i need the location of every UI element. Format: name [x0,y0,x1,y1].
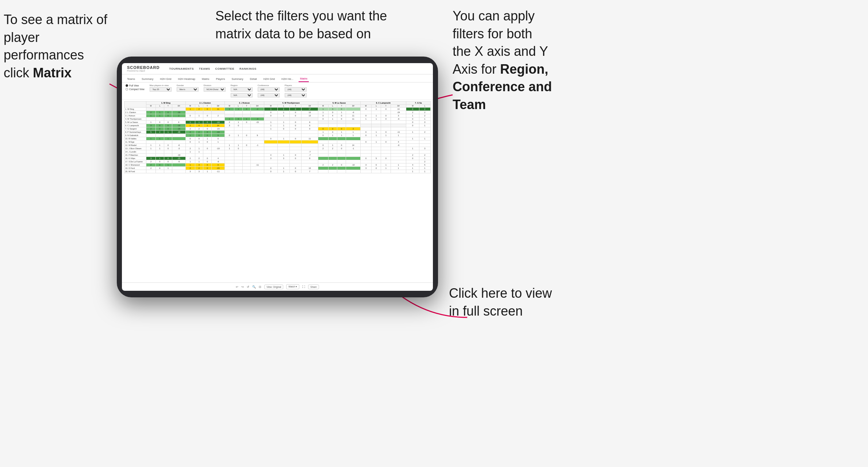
tab-h2h-heatmap[interactable]: H2H Heatmap [176,76,197,82]
col-5-m-la-sasso: 5. M La Sasso [318,101,360,105]
max-players-filter: Max players in view Top 25 [150,84,172,92]
brand-sub: Powered by clippd [127,70,160,72]
players-label: Players [285,84,307,86]
annotation-topright: You can apply filters for both the X axi… [453,7,588,114]
division-select[interactable]: NCAA Division I [204,87,226,92]
filter-options: Full View Compact View Max players in vi… [126,84,429,97]
filters-row: Full View Compact View Max players in vi… [122,82,433,100]
share-btn[interactable]: Share [308,285,319,289]
reset-icon[interactable]: ↺ [247,285,249,289]
table-row: 9. N Gabrielcik 1009 0109 0111 0111 [124,134,431,137]
conference-select-x[interactable]: (All) [258,87,280,92]
radio-full-view[interactable]: Full View [126,84,145,87]
annotation-topcenter: Select the filters you want the matrix d… [215,7,391,43]
app-header: SCOREBOARD Powered by clippd TOURNAMENTS… [122,63,433,74]
players-select-y[interactable]: (All) [285,93,307,97]
table-row: 18. C Sherwood 201 1300 -11 220-10 3011 … [124,163,431,167]
col-2-l-clanton: 2. L Clanton [185,101,225,105]
matrix-area: 1. W Ding 2. L Clanton 3. J Koivun 4. M … [122,100,433,282]
table-row: 3. J Koivun 1102 0102 01013 04011 0103 1… [124,114,431,117]
table-row: 6. C Lamprecht 300-16 24124 30 1106 01 [124,124,431,127]
table-row: 15. P Maichon -19 410-7 22 [124,154,431,157]
table-row: 5. M La Sasso 1006 110-16 210-15 1106 03 [124,121,431,124]
region-select-x[interactable]: N/A [231,87,253,92]
table-row: 19. D Ford 201 220-20 01013 3011 11 [124,167,431,170]
division-label: Division [204,84,226,86]
annotation-bottomright: Click here to view in full screen [449,285,584,320]
max-players-label: Max players in view [150,84,172,86]
matrix-row-header [124,101,146,108]
tablet-screen: SCOREBOARD Powered by clippd TOURNAMENTS… [122,63,433,291]
table-row: 11. M Ege 0101 0104 [124,140,431,144]
nav-tournaments[interactable]: TOURNAMENTS [169,67,194,70]
tab-matrix[interactable]: Matrix [200,76,211,82]
tab-summary2[interactable]: Summary [230,76,245,82]
col-4-m-thor: 4. M Thorbjornsen [264,101,318,105]
col-1-w-ding: 1. W Ding [146,101,186,105]
gender-select[interactable]: Men's [177,87,199,92]
annotation-topleft: To see a matrix of player performances c… [4,11,117,82]
redo-icon[interactable]: ↪ [241,285,244,289]
nav-teams[interactable]: TEAMS [199,67,210,70]
radio-compact-view-dot [126,88,128,90]
region-label: Region [231,84,253,86]
table-row: 20. M Ford 331-11 0107 11 [124,170,431,173]
tabs-row: Teams Summary H2H Grid H2H Heatmap Matri… [122,74,433,82]
radio-compact-view[interactable]: Compact View [126,88,145,90]
tab-teams[interactable]: Teams [126,76,137,82]
zoom-in-icon[interactable]: 🔍 [252,285,256,289]
table-row: 4. M Thorbjornsen 101-3 01011 110-6 01 [124,117,431,121]
table-row: 17. S De La Fuente 200-9 110-8 2 [124,160,431,163]
view-radio-group: Full View Compact View [126,84,145,90]
table-row: 14. J Lundin 11 -7 [124,150,431,154]
table-row: 13. J Skov Olesen 110-3 210-19 10 220-1 … [124,147,431,150]
watch-btn[interactable]: Watch ▾ [286,284,299,289]
nav-rankings[interactable]: RANKINGS [239,67,257,70]
col-7-g-sa: 7. G Sa [406,101,431,105]
nav-items: TOURNAMENTS TEAMS COMMITTEE RANKINGS [169,67,256,70]
view-original-btn[interactable]: View: Original [264,285,283,289]
tab-h2h-grid2[interactable]: H2H Grid [262,76,276,82]
table-row: 10. B Valdes 111 0010 01011 11 [124,137,431,140]
conference-filter: Conference (All) (All) [258,84,280,97]
tab-detail[interactable]: Detail [249,76,258,82]
gender-label: Gender [177,84,199,86]
players-select-x[interactable]: (All) [285,87,307,92]
gender-filter: Gender Men's [177,84,199,92]
table-row: 7. G Sargent 200-16 220-15 1000 0003 [124,127,431,131]
matrix-table: 1. W Ding 2. L Clanton 3. J Koivun 4. M … [124,101,431,173]
brand-title: SCOREBOARD [127,65,160,70]
table-row: 2. L Clanton 210-16 01013 101-6 -24 22 [124,111,431,114]
nav-committee[interactable]: COMMITTEE [215,67,235,70]
division-filter: Division NCAA Division I [204,84,226,92]
region-filter: Region N/A N/A [231,84,253,97]
col-6-c-lamp: 6. C Lamprecht [360,101,406,105]
toolbar: ↩ ↪ ↺ 🔍 ⊡ View: Original Watch ▾ ⛶ Share [122,282,433,291]
table-row: 16. K Vilips 310-25 2204 3308 050 01 [124,157,431,160]
table-row: 12. M Riedel 110-6 110-1 01014 -6 [124,144,431,147]
table-row: 8. P Summerhays 521-48 220-16 1011 010-1… [124,131,431,134]
tab-players[interactable]: Players [214,76,226,82]
max-players-select[interactable]: Top 25 [150,87,172,92]
players-filter: Players (All) (All) [285,84,307,97]
scoreboard-brand: SCOREBOARD Powered by clippd [127,65,160,72]
tab-summary[interactable]: Summary [140,76,155,82]
tab-h2h-grid[interactable]: H2H Grid [158,76,173,82]
tablet: SCOREBOARD Powered by clippd TOURNAMENTS… [117,57,438,297]
col-3-j-koivun: 3. J Koivun [225,101,264,105]
table-row: 1. W Ding 12011 110-2 12017 130 01013 02 [124,108,431,111]
conference-select-y[interactable]: (All) [258,93,280,97]
conference-label: Conference [258,84,280,86]
fullscreen-icon[interactable]: ⛶ [302,285,305,289]
tab-h2h-he[interactable]: H2H He... [280,76,295,82]
radio-full-view-dot [126,84,128,87]
fit-icon[interactable]: ⊡ [259,285,261,289]
undo-icon[interactable]: ↩ [236,285,238,289]
tab-matrix-active[interactable]: Matrix [299,76,309,82]
region-select-y[interactable]: N/A [231,93,253,97]
